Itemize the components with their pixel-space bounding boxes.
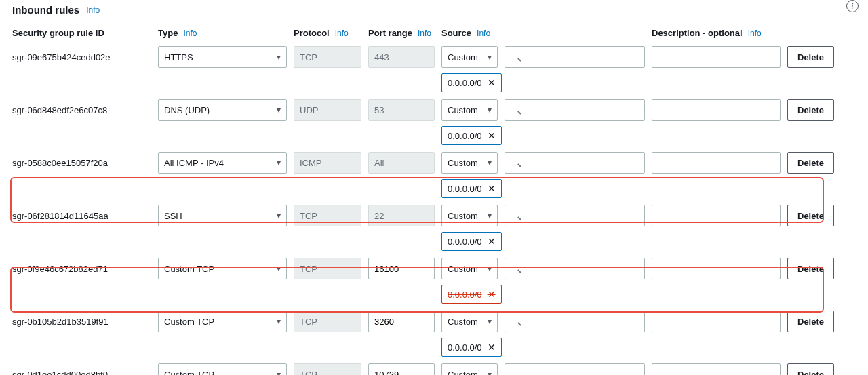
delete-button[interactable]: Delete — [787, 311, 834, 332]
port-field — [368, 152, 435, 174]
source-type-select[interactable]: Custom — [441, 205, 498, 226]
rule-id: sgr-06d848edf2e6c07c8 — [12, 99, 151, 115]
delete-button[interactable]: Delete — [787, 363, 834, 375]
rule-id: sgr-0b105b2d1b3519f91 — [12, 311, 151, 327]
protocol-field — [294, 46, 361, 68]
source-type-select[interactable]: Custom — [441, 99, 498, 121]
port-field[interactable] — [368, 311, 435, 332]
cidr-tag: 0.0.0.0/0✕ — [441, 126, 502, 145]
page-info-icon[interactable]: i — [846, 0, 859, 12]
column-headers: Security group rule ID Type Info Protoco… — [12, 28, 822, 38]
port-field — [368, 99, 435, 121]
port-info-link[interactable]: Info — [418, 28, 431, 38]
source-type-select[interactable]: Custom — [441, 152, 498, 174]
description-input[interactable] — [652, 363, 781, 375]
cidr-value: 0.0.0.0/0 — [448, 78, 482, 88]
remove-cidr-icon[interactable]: ✕ — [488, 130, 496, 141]
col-protocol: Protocol Info — [294, 28, 361, 38]
source-search-input[interactable] — [505, 99, 645, 121]
rule-row: sgr-06f281814d11645aaSSHCustom0.0.0.0/0✕… — [12, 205, 822, 251]
rule-row: sgr-0588c0ee15057f20aAll ICMP - IPv4Cust… — [12, 152, 822, 198]
description-info-link[interactable]: Info — [748, 28, 762, 38]
rule-id: sgr-06f281814d11645aa — [12, 205, 151, 221]
type-info-link[interactable]: Info — [183, 28, 197, 38]
search-icon — [505, 99, 645, 121]
remove-cidr-icon[interactable]: ✕ — [488, 77, 496, 88]
rule-id: sgr-0f9e46c672b82ed71 — [12, 258, 151, 274]
description-input[interactable] — [652, 258, 781, 279]
delete-button[interactable]: Delete — [787, 258, 834, 279]
remove-cidr-icon[interactable]: ✕ — [488, 342, 496, 353]
type-select[interactable]: SSH — [158, 205, 287, 226]
protocol-field — [294, 152, 361, 174]
delete-button[interactable]: Delete — [787, 152, 834, 174]
source-type-select[interactable]: Custom — [441, 311, 498, 332]
rule-id: sgr-0588c0ee15057f20a — [12, 152, 151, 168]
cidr-value: 0.0.0.0/0 — [448, 184, 482, 194]
remove-cidr-icon[interactable]: ✕ — [488, 236, 496, 247]
remove-cidr-icon[interactable]: ✕ — [488, 289, 496, 300]
search-icon — [505, 152, 645, 174]
search-icon — [505, 311, 645, 332]
description-input[interactable] — [652, 311, 781, 332]
protocol-info-link[interactable]: Info — [335, 28, 349, 38]
type-select[interactable]: All ICMP - IPv4 — [158, 152, 287, 174]
cidr-tag: 0.0.0.0/0✕ — [441, 179, 502, 198]
cidr-value: 0.0.0.0/0 — [448, 290, 482, 300]
remove-cidr-icon[interactable]: ✕ — [488, 183, 496, 194]
delete-button[interactable]: Delete — [787, 99, 834, 121]
rule-id: sgr-0d1ee1cdd00ed8bf0 — [12, 363, 151, 375]
source-search-input[interactable] — [505, 311, 645, 332]
section-title: Inbound rules Info — [12, 4, 822, 16]
search-icon — [505, 258, 645, 279]
delete-button[interactable]: Delete — [787, 205, 834, 226]
port-field[interactable] — [368, 363, 435, 375]
source-search-input[interactable] — [505, 205, 645, 226]
source-search-input[interactable] — [505, 363, 645, 375]
rule-row: sgr-0f9e46c672b82ed71Custom TCPCustom0.0… — [12, 258, 822, 304]
type-select[interactable]: Custom TCP — [158, 311, 287, 332]
source-type-select[interactable]: Custom — [441, 258, 498, 279]
col-source: Source Info — [441, 28, 645, 38]
title-info-link[interactable]: Info — [86, 5, 100, 15]
source-type-select[interactable]: Custom — [441, 363, 498, 375]
port-field[interactable] — [368, 258, 435, 279]
source-info-link[interactable]: Info — [477, 28, 490, 38]
description-input[interactable] — [652, 205, 781, 226]
cidr-value: 0.0.0.0/0 — [448, 342, 482, 353]
protocol-field — [294, 99, 361, 121]
cidr-tag: 0.0.0.0/0✕ — [441, 338, 502, 357]
cidr-tag: 0.0.0.0/0✕ — [441, 285, 502, 304]
port-field — [368, 46, 435, 68]
col-port: Port range Info — [368, 28, 435, 38]
delete-button[interactable]: Delete — [787, 46, 834, 68]
protocol-field — [294, 258, 361, 279]
description-input[interactable] — [652, 152, 781, 174]
description-input[interactable] — [652, 46, 781, 68]
protocol-field — [294, 363, 361, 375]
source-search-input[interactable] — [505, 258, 645, 279]
search-icon — [505, 205, 645, 226]
type-select[interactable]: DNS (UDP) — [158, 99, 287, 121]
rule-row: sgr-06d848edf2e6c07c8DNS (UDP)Custom0.0.… — [12, 99, 822, 145]
rule-row: sgr-0b105b2d1b3519f91Custom TCPCustom0.0… — [12, 311, 822, 357]
port-field — [368, 205, 435, 226]
description-input[interactable] — [652, 99, 781, 121]
cidr-tag: 0.0.0.0/0✕ — [441, 232, 502, 251]
protocol-field — [294, 311, 361, 332]
type-select[interactable]: Custom TCP — [158, 363, 287, 375]
search-icon — [505, 46, 645, 68]
source-search-input[interactable] — [505, 152, 645, 174]
rule-row: sgr-09e675b424cedd02eHTTPSCustom0.0.0.0/… — [12, 46, 822, 92]
rule-id: sgr-09e675b424cedd02e — [12, 46, 151, 62]
col-type: Type Info — [158, 28, 287, 38]
rule-row: sgr-0d1ee1cdd00ed8bf0Custom TCPCustom0.0… — [12, 363, 822, 375]
source-type-select[interactable]: Custom — [441, 46, 498, 68]
type-select[interactable]: HTTPS — [158, 46, 287, 68]
type-select[interactable]: Custom TCP — [158, 258, 287, 279]
cidr-value: 0.0.0.0/0 — [448, 237, 482, 247]
col-description: Description - optional Info — [652, 28, 781, 38]
col-rule-id: Security group rule ID — [12, 28, 151, 38]
source-search-input[interactable] — [505, 46, 645, 68]
cidr-value: 0.0.0.0/0 — [448, 131, 482, 141]
